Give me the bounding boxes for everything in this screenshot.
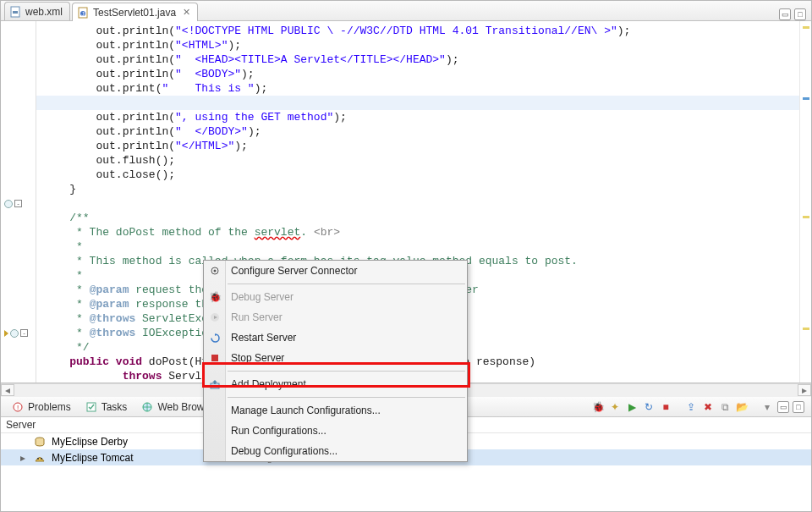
expander-icon[interactable]: ▸ — [18, 452, 28, 464]
current-line-highlight — [36, 96, 799, 110]
view-tab-label: Tasks — [102, 401, 128, 413]
tab-web-xml[interactable]: web.xml — [4, 2, 70, 20]
server-label: MyEclipse Derby — [52, 436, 128, 448]
bug-icon: 🐞 — [208, 290, 222, 304]
view-tab-problems[interactable]: ! Problems — [4, 398, 78, 416]
gutter: - - — [1, 21, 36, 383]
problems-icon: ! — [11, 400, 25, 414]
close-tab-icon[interactable]: ✕ — [183, 7, 190, 18]
tasks-icon — [85, 400, 98, 414]
open-icon[interactable]: 📂 — [735, 400, 749, 414]
warning-marker-icon — [4, 330, 8, 337]
deploy-icon[interactable]: ⇪ — [684, 400, 698, 414]
menu-label: Configure Server Connector — [231, 265, 357, 277]
fold-circle-icon[interactable] — [10, 329, 19, 338]
server-label: MyEclipse Tomcat — [52, 452, 133, 464]
menu-separator — [228, 397, 465, 398]
tab-testservlet[interactable]: J TestServlet01.java ✕ — [72, 3, 198, 21]
menu-label: Run Server — [231, 311, 283, 323]
scroll-right-icon[interactable]: ▸ — [798, 384, 811, 396]
ruler-warning-icon — [803, 216, 809, 218]
xml-file-icon — [10, 6, 22, 18]
fold-circle-icon[interactable] — [4, 200, 13, 208]
minimize-panel-icon[interactable]: ▭ — [777, 401, 789, 413]
menu-separator — [228, 284, 465, 284]
view-tab-label: Problems — [28, 401, 71, 413]
gear-icon — [208, 264, 222, 278]
minimize-view-icon[interactable]: ▭ — [779, 8, 791, 20]
menu-configure-connector[interactable]: Configure Server Connector — [204, 261, 467, 281]
overview-ruler[interactable] — [799, 21, 811, 383]
svg-rect-15 — [211, 355, 218, 361]
menu-label: Run Configurations... — [231, 425, 326, 437]
ruler-warning-icon — [803, 328, 809, 330]
view-tab-label: Web Brows — [157, 401, 209, 413]
tab-label: web.xml — [25, 6, 63, 18]
play-icon — [208, 311, 222, 324]
restart-icon — [208, 331, 222, 344]
tab-label: TestServlet01.java — [93, 7, 176, 19]
menu-label: Debug Configurations... — [231, 445, 337, 457]
svg-point-13 — [214, 270, 217, 273]
menu-run-config[interactable]: Run Configurations... — [204, 421, 467, 441]
svg-text:!: ! — [17, 404, 19, 411]
menu-label: Stop Server — [231, 352, 284, 364]
column-server: Server — [6, 419, 36, 431]
copy-icon[interactable]: ⧉ — [718, 400, 732, 414]
svg-text:J: J — [81, 11, 85, 17]
menu-add-deployment[interactable]: Add Deployment... — [204, 374, 467, 394]
run-icon[interactable]: ▶ — [625, 400, 639, 414]
view-tab-tasks[interactable]: Tasks — [78, 398, 134, 416]
menu-restart-server[interactable]: Restart Server — [204, 328, 467, 348]
menu-separator — [228, 371, 465, 372]
deploy-icon — [208, 377, 222, 391]
fold-minus-icon[interactable]: - — [14, 200, 22, 207]
maximize-view-icon[interactable]: □ — [794, 8, 806, 20]
tomcat-icon — [33, 451, 47, 465]
menu-label: Manage Launch Configurations... — [231, 405, 381, 416]
maximize-panel-icon[interactable]: □ — [793, 401, 804, 413]
context-menu: Configure Server Connector 🐞 Debug Serve… — [203, 260, 468, 462]
menu-debug-config[interactable]: Debug Configurations... — [204, 441, 467, 461]
debug-icon[interactable]: 🐞 — [591, 400, 605, 414]
globe-icon — [140, 400, 154, 414]
servers-toolbar: 🐞 ✦ ▶ ↻ ■ ⇪ ✖ ⧉ 📂 ▾ ▭ □ — [591, 400, 811, 414]
svg-point-11 — [41, 458, 42, 460]
editor-tab-bar: web.xml J TestServlet01.java ✕ ▭ □ — [1, 1, 811, 21]
remove-icon[interactable]: ✖ — [701, 400, 715, 414]
menu-label: Add Deployment... — [231, 378, 315, 390]
java-file-icon: J — [78, 7, 90, 19]
menu-label: Restart Server — [231, 332, 296, 344]
menu-label: Debug Server — [231, 291, 294, 303]
svg-point-10 — [37, 458, 39, 460]
menu-run-server[interactable]: Run Server — [204, 307, 467, 328]
restart-icon[interactable]: ↻ — [642, 400, 656, 414]
view-menu-icon[interactable]: ▾ — [760, 400, 774, 414]
derby-icon — [33, 435, 47, 449]
menu-debug-server[interactable]: 🐞 Debug Server — [204, 287, 467, 307]
ruler-warning-icon — [803, 26, 809, 29]
menu-stop-server[interactable]: Stop Server — [204, 348, 467, 368]
scroll-left-icon[interactable]: ◂ — [1, 384, 14, 396]
stop-icon — [208, 351, 222, 365]
stop-icon[interactable]: ■ — [659, 400, 672, 414]
fold-minus-icon[interactable]: - — [20, 329, 28, 337]
profile-icon[interactable]: ✦ — [608, 400, 622, 414]
svg-rect-1 — [13, 11, 18, 14]
menu-manage-launch[interactable]: Manage Launch Configurations... — [204, 400, 467, 421]
ruler-caret-icon — [803, 97, 809, 100]
